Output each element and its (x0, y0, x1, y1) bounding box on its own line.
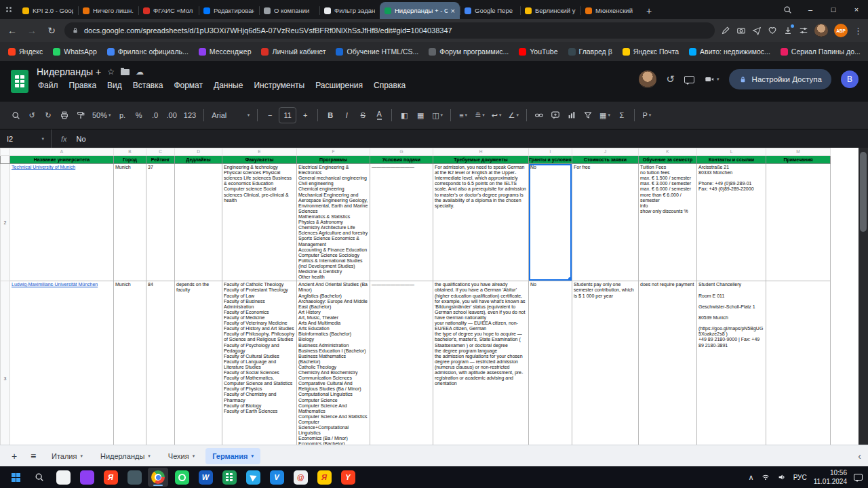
header-cell[interactable]: Контакты и ссылки (697, 156, 766, 164)
format-percent-button[interactable]: % (132, 107, 146, 123)
column-header[interactable]: L (697, 148, 766, 156)
all-sheets-icon[interactable]: ≡ (26, 451, 41, 462)
decrease-decimals-button[interactable]: .0 (148, 107, 163, 123)
bookmark-item[interactable]: Яндекс Почта (623, 47, 679, 56)
taskbar-app-dark[interactable] (124, 468, 144, 487)
taskbar-app-word[interactable]: W (195, 468, 216, 487)
download-icon[interactable] (783, 26, 793, 35)
column-header[interactable]: G (370, 148, 433, 156)
bookmark-item[interactable]: YouTube (519, 47, 557, 56)
filter-button[interactable] (580, 107, 595, 123)
share-button[interactable]: Настройки Доступа (729, 69, 831, 89)
merge-cells-button[interactable]: ◫▾ (429, 107, 446, 123)
header-cell[interactable]: Название университета (10, 156, 114, 164)
cell[interactable]: the qualifications you have already obta… (433, 281, 529, 445)
star-icon[interactable]: ☆ (107, 67, 115, 77)
borders-button[interactable]: ▦ (413, 107, 428, 123)
comments-icon[interactable] (684, 76, 694, 83)
cell[interactable]: ————————— (370, 281, 433, 445)
browser-tab[interactable]: Google Пере (460, 2, 520, 19)
paint-format-button[interactable] (73, 107, 88, 123)
header-cell[interactable]: Факультеты (222, 156, 297, 164)
bookmark-item[interactable]: WhatsApp (53, 47, 96, 56)
font-select[interactable]: Arial▾ (209, 107, 252, 123)
camera-icon[interactable] (736, 26, 746, 35)
taskbar-app-whatsapp[interactable] (172, 468, 192, 487)
header-cell[interactable]: Дедлайны (175, 156, 222, 164)
edit-icon[interactable] (721, 26, 730, 35)
cell[interactable]: Electrical Engineering & Electronics Gen… (297, 164, 370, 281)
cell[interactable] (766, 281, 831, 445)
scrollbar-thumb[interactable] (860, 152, 867, 232)
taskbar-app-light[interactable] (53, 468, 73, 487)
hidden-icons-chevron[interactable]: ∧ (749, 473, 754, 482)
header-cell[interactable]: Обучение за семестр (639, 156, 697, 164)
italic-button[interactable]: I (339, 107, 354, 123)
column-header[interactable]: A (10, 148, 114, 156)
formula-input[interactable]: No (77, 135, 86, 143)
taskbar-app-sheets[interactable] (219, 468, 239, 487)
cell[interactable]: Technical University of Munich (10, 164, 114, 281)
browser-tab[interactable]: ФГАИС «Мол (138, 2, 199, 19)
sheet-tab[interactable]: Италия▾ (45, 448, 90, 464)
sheet-tab-active[interactable]: Германия▾ (205, 448, 260, 464)
print-button[interactable] (57, 107, 72, 123)
browser-tab[interactable]: Берлинский у (520, 2, 580, 19)
header-cell[interactable]: Гранты и условия (529, 156, 572, 164)
browser-tab[interactable]: Мюнхенский (580, 2, 641, 19)
taskbar-app-yandex-browser[interactable]: Y (338, 468, 358, 487)
bookmark-item[interactable]: Сериал Папины до... (781, 47, 861, 56)
menu-extensions[interactable]: Расширения (310, 79, 368, 92)
row-header[interactable]: 3 (1, 281, 10, 445)
search-icon[interactable] (8, 107, 23, 123)
doc-title[interactable]: Нидерланды + (37, 66, 101, 77)
input-tools-button[interactable]: Р▾ (639, 107, 654, 123)
taskbar-app-yandex[interactable]: Я (100, 468, 121, 487)
cell[interactable]: 84 (146, 281, 175, 445)
bookmark-item[interactable]: Главред β (568, 47, 612, 56)
text-wrap-button[interactable]: ↩▾ (489, 107, 505, 123)
site-info-icon[interactable] (71, 26, 79, 35)
sheets-logo-icon[interactable] (11, 70, 28, 93)
bookmark-item[interactable]: Обучение HTML/CS... (336, 47, 418, 56)
sheet-tab[interactable]: Чехия▾ (161, 448, 201, 464)
row-header[interactable]: 2 (1, 164, 10, 281)
column-header[interactable]: E (222, 148, 297, 156)
bookmark-item[interactable]: Авито: недвижимос... (689, 47, 770, 56)
window-close-button[interactable]: × (845, 0, 868, 19)
column-header[interactable]: D (175, 148, 222, 156)
volume-icon[interactable] (777, 472, 787, 482)
column-header[interactable]: M (766, 148, 831, 156)
cell[interactable]: ————————— (370, 164, 433, 281)
menu-data[interactable]: Данные (208, 79, 248, 92)
bookmark-item[interactable]: Яндекс (8, 47, 43, 56)
cell[interactable] (766, 164, 831, 281)
taskbar-clock[interactable]: 10:56 11.01.2024 (814, 468, 847, 486)
bold-button[interactable]: B (323, 107, 338, 123)
insert-comment-button[interactable] (548, 107, 563, 123)
table-view-button[interactable]: ▦▾ (597, 107, 613, 123)
cell[interactable]: Students pay only one semester contribut… (572, 281, 639, 445)
menu-edit[interactable]: Правка (64, 79, 102, 92)
horizontal-align-button[interactable]: ≡▾ (456, 107, 471, 123)
header-cell[interactable]: Программы (297, 156, 370, 164)
font-size-input[interactable]: 11 (279, 107, 296, 123)
vertical-scrollbar[interactable] (859, 148, 868, 445)
grid-corner[interactable] (1, 148, 10, 156)
header-cell[interactable]: Требуемые документы (433, 156, 529, 164)
cell[interactable]: does not require payment (639, 281, 697, 445)
cell[interactable]: For admission, you need to speak German … (433, 164, 529, 281)
url-bar[interactable]: docs.google.com/spreadsheets/d/1pU3OXi7W… (64, 22, 715, 39)
functions-button[interactable]: Σ (614, 107, 629, 123)
back-icon[interactable]: ← (5, 25, 19, 36)
tab-close-icon[interactable]: × (451, 7, 455, 15)
cell[interactable]: Student Chancellery Room E 011 Geschwist… (697, 281, 766, 445)
browser-tab[interactable]: Фильтр задан (319, 2, 380, 19)
toggles-icon[interactable] (799, 26, 808, 35)
favorite-heart-icon[interactable] (768, 26, 777, 35)
column-header[interactable]: K (639, 148, 697, 156)
version-history-icon[interactable]: ↺ (666, 73, 675, 85)
bookmark-item[interactable]: Личный кабинет (261, 47, 326, 56)
taskbar-app-mail[interactable]: @ (290, 468, 311, 487)
cell[interactable]: depends on the faculty (175, 281, 222, 445)
